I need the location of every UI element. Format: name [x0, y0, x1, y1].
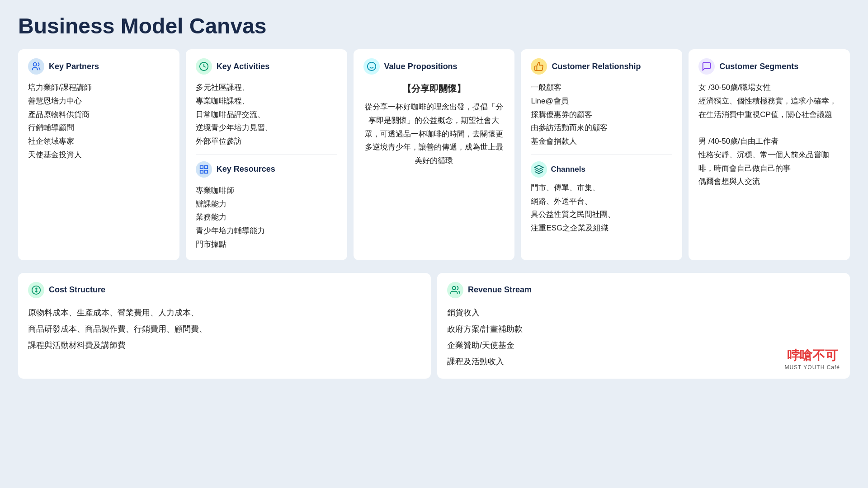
key-partners-header: Key Partners [28, 58, 170, 75]
revenue-stream-header: Revenue Stream [447, 282, 840, 298]
customer-segments-title: Customer Segments [719, 62, 798, 71]
key-resources-body: 專業咖啡師辦課能力業務能力青少年培力輔導能力門市據點 [196, 184, 337, 251]
revenue-stream-icon [447, 282, 463, 298]
value-propositions-card: Value Propositions 【分享即關懷】 從分享一杯好咖啡的理念出發… [354, 49, 515, 260]
key-resources-title: Key Resources [217, 164, 275, 174]
customer-relationship-title: Customer Relationship [552, 62, 641, 71]
value-propositions-header: Value Propositions [363, 58, 505, 75]
svg-rect-2 [200, 166, 203, 169]
customer-relationship-icon [531, 58, 547, 75]
key-activities-title: Key Activities [217, 62, 269, 71]
page-title: Business Model Canvas [18, 14, 850, 38]
value-highlight: 【分享即關懷】 [363, 81, 505, 97]
key-activities-body: 多元社區課程、專業咖啡課程、日常咖啡品評交流、逆境青少年培力見習、外部單位參訪 [196, 81, 337, 148]
customer-segments-body: 女 /30-50歲/職場女性經濟獨立、個性積極務實，追求小確幸，在生活消費中重視… [698, 81, 840, 188]
key-activities-icon [196, 58, 212, 75]
key-activities-header: Key Activities [196, 58, 337, 75]
canvas-grid: Key Partners 培力業師/課程講師善慧恩培力中心產品原物料供貨商行銷輔… [18, 49, 850, 267]
customer-segments-icon [698, 58, 715, 75]
bottom-row: Cost Structure 原物料成本、生產成本、營業費用、人力成本、 商品研… [18, 273, 850, 379]
brand-subtitle: MUST YOUTH Café [784, 364, 840, 371]
channels-icon [531, 161, 547, 178]
channels-header: Channels [531, 161, 672, 178]
channels-title: Channels [551, 165, 585, 174]
value-propositions-icon [363, 58, 380, 75]
svg-point-9 [453, 286, 456, 289]
svg-rect-5 [200, 170, 203, 173]
brand-logo: 哱嗆不可 MUST YOUTH Café [784, 347, 840, 371]
key-partners-body: 培力業師/課程講師善慧恩培力中心產品原物料供貨商行銷輔導顧問社企領域專家天使基金… [28, 81, 170, 162]
svg-point-0 [33, 63, 37, 66]
cost-structure-card: Cost Structure 原物料成本、生產成本、營業費用、人力成本、 商品研… [18, 273, 431, 379]
svg-rect-3 [205, 166, 208, 169]
revenue-stream-title: Revenue Stream [468, 285, 532, 295]
revenue-stream-body: 銷貨收入 政府方案/計畫補助款 企業贊助/天使基金 課程及活動收入 [447, 305, 840, 370]
svg-rect-4 [205, 170, 208, 173]
key-resources-icon [196, 161, 212, 178]
value-propositions-body: 【分享即關懷】 從分享一杯好咖啡的理念出發，提倡「分享即是關懷」的公益概念，期望… [363, 81, 505, 168]
customer-relationship-header: Customer Relationship [531, 58, 672, 75]
key-partners-icon [28, 58, 44, 75]
channels-body: 門市、傳單、市集、網路、外送平台、具公益性質之民間社團、注重ESG之企業及組織 [531, 181, 672, 235]
revenue-stream-card: Revenue Stream 銷貨收入 政府方案/計畫補助款 企業贊助/天使基金… [437, 273, 850, 379]
cost-structure-body: 原物料成本、生產成本、營業費用、人力成本、 商品研發成本、商品製作費、行銷費用、… [28, 305, 421, 353]
key-partners-title: Key Partners [49, 62, 99, 71]
key-activities-resources-card: Key Activities 多元社區課程、專業咖啡課程、日常咖啡品評交流、逆境… [186, 49, 347, 260]
value-propositions-title: Value Propositions [384, 62, 458, 71]
brand-name: 哱嗆不可 [784, 347, 840, 364]
key-resources-header: Key Resources [196, 161, 337, 178]
cost-structure-title: Cost Structure [49, 285, 105, 295]
customer-segments-header: Customer Segments [698, 58, 840, 75]
customer-segments-card: Customer Segments 女 /30-50歲/職場女性經濟獨立、個性積… [689, 49, 850, 260]
key-partners-card: Key Partners 培力業師/課程講師善慧恩培力中心產品原物料供貨商行銷輔… [18, 49, 179, 260]
cost-structure-icon [28, 282, 44, 298]
customer-relationship-card: Customer Relationship 一般顧客Line@會員採購優惠券的顧… [521, 49, 682, 260]
cost-structure-header: Cost Structure [28, 282, 421, 298]
customer-relationship-body: 一般顧客Line@會員採購優惠券的顧客由參訪活動而來的顧客基金會捐款人 [531, 81, 672, 148]
